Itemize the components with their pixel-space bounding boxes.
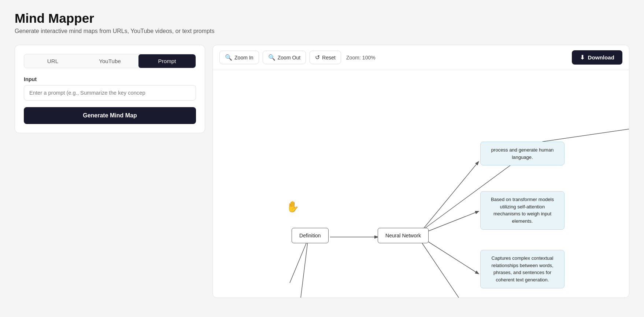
svg-line-5 bbox=[290, 239, 308, 283]
svg-line-8 bbox=[543, 125, 629, 142]
hand-cursor-indicator: ✋ bbox=[286, 200, 299, 213]
node-neural-network[interactable]: Neural Network bbox=[378, 228, 429, 243]
left-panel: URL YouTube Prompt Input Generate Mind M… bbox=[15, 45, 205, 133]
zoom-in-icon: 🔍 bbox=[225, 54, 232, 61]
zoom-out-label: Zoom Out bbox=[278, 55, 301, 61]
prompt-input[interactable] bbox=[24, 85, 196, 101]
leaf-node-3-text: Captures complex contextual relationship… bbox=[491, 255, 553, 283]
main-layout: URL YouTube Prompt Input Generate Mind M… bbox=[15, 45, 629, 298]
svg-line-6 bbox=[297, 239, 308, 298]
svg-line-4 bbox=[418, 237, 478, 298]
leaf-node-1-text: process and generate human language. bbox=[491, 147, 554, 160]
tab-youtube[interactable]: YouTube bbox=[81, 54, 138, 68]
mindmap-connections-svg bbox=[213, 70, 629, 298]
zoom-out-button[interactable]: 🔍 Zoom Out bbox=[263, 51, 306, 64]
reset-button[interactable]: ↺ Reset bbox=[310, 51, 341, 64]
svg-line-1 bbox=[418, 162, 478, 235]
app-subtitle: Generate interactive mind maps from URLs… bbox=[15, 28, 629, 34]
right-panel: 🔍 Zoom In 🔍 Zoom Out ↺ Reset Zoom: 100% … bbox=[212, 45, 629, 298]
zoom-display: Zoom: 100% bbox=[346, 55, 375, 61]
node-definition-label: Definition bbox=[299, 233, 321, 238]
zoom-in-button[interactable]: 🔍 Zoom In bbox=[219, 51, 259, 64]
download-icon: ⬇ bbox=[580, 54, 585, 61]
leaf-node-2-text: Based on transformer models utilizing se… bbox=[491, 197, 554, 224]
zoom-in-label: Zoom In bbox=[234, 55, 253, 61]
input-label: Input bbox=[24, 76, 196, 82]
tabs-container: URL YouTube Prompt bbox=[24, 54, 196, 68]
mindmap-canvas[interactable]: ✋ Definition Neural Network process and … bbox=[213, 70, 629, 298]
zoom-out-icon: 🔍 bbox=[268, 54, 275, 61]
generate-mindmap-button[interactable]: Generate Mind Map bbox=[24, 107, 196, 124]
reset-icon: ↺ bbox=[315, 54, 320, 61]
tab-url[interactable]: URL bbox=[24, 54, 81, 68]
tab-prompt[interactable]: Prompt bbox=[138, 54, 196, 68]
download-button[interactable]: ⬇ Download bbox=[572, 50, 622, 65]
node-definition[interactable]: Definition bbox=[292, 228, 329, 243]
app-title: Mind Mapper bbox=[15, 11, 629, 26]
leaf-node-3[interactable]: Captures complex contextual relationship… bbox=[480, 250, 565, 288]
leaf-node-2[interactable]: Based on transformer models utilizing se… bbox=[480, 191, 565, 230]
reset-label: Reset bbox=[322, 55, 336, 61]
download-label: Download bbox=[588, 54, 614, 61]
node-neural-network-label: Neural Network bbox=[385, 233, 421, 238]
toolbar: 🔍 Zoom In 🔍 Zoom Out ↺ Reset Zoom: 100% … bbox=[213, 45, 629, 70]
leaf-node-1[interactable]: process and generate human language. bbox=[480, 142, 565, 165]
